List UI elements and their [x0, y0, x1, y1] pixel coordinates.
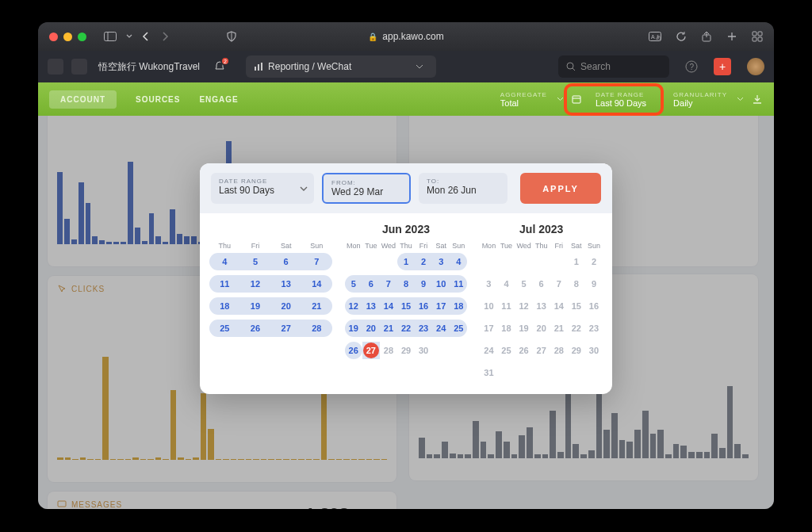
date-range-selector[interactable]: DATE RANGE Last 90 Days	[572, 88, 656, 111]
calendar-day[interactable]: 8	[397, 275, 415, 293]
calendar-day[interactable]: 16	[585, 297, 603, 315]
tab-dropdown-icon[interactable]	[126, 34, 132, 39]
calendar-day[interactable]: 13	[362, 297, 380, 315]
calendar-day[interactable]: 30	[415, 342, 432, 359]
notifications-button[interactable]: 2	[214, 61, 225, 72]
calendar-day[interactable]: 28	[550, 342, 568, 359]
tab-account[interactable]: ACCOUNT	[49, 90, 117, 109]
granularity-selector[interactable]: GRANULARITY Daily	[664, 88, 744, 111]
calendar-day[interactable]: 29	[568, 342, 585, 359]
search-input[interactable]: Search	[558, 55, 669, 78]
calendar-day[interactable]: 31	[480, 364, 497, 381]
calendar-day[interactable]: 25	[450, 320, 467, 337]
calendar-day[interactable]: 28	[301, 320, 332, 337]
calendar-day[interactable]: 9	[415, 275, 432, 293]
calendar-day[interactable]: 6	[533, 275, 550, 293]
calendar-day[interactable]: 4	[209, 253, 240, 270]
calendar-day[interactable]: 20	[533, 320, 550, 337]
calendar-day[interactable]: 13	[533, 297, 550, 315]
calendar-day[interactable]: 19	[240, 297, 271, 315]
calendar-day[interactable]: 12	[515, 297, 533, 315]
calendar-day[interactable]: 29	[397, 342, 415, 359]
calendar-day[interactable]: 27	[533, 342, 550, 359]
minimize-window-button[interactable]	[63, 33, 72, 41]
new-tab-icon[interactable]	[726, 31, 737, 42]
calendar-day[interactable]: 24	[480, 342, 497, 359]
calendar-day[interactable]: 8	[568, 275, 585, 293]
forward-button[interactable]	[159, 32, 172, 41]
calendar-day[interactable]	[480, 253, 497, 270]
calendar-day[interactable]: 21	[301, 297, 332, 315]
calendar-day[interactable]	[345, 253, 362, 270]
calendar-day[interactable]: 24	[432, 320, 450, 337]
calendar-day[interactable]: 6	[362, 275, 380, 293]
calendar-day[interactable]: 19	[345, 320, 362, 337]
calendar-day[interactable]: 21	[550, 320, 568, 337]
calendar-day[interactable]: 14	[550, 297, 568, 315]
refresh-icon[interactable]	[676, 31, 687, 42]
aggregate-selector[interactable]: AGGREGATE Total	[491, 88, 564, 111]
calendar-day[interactable]: 26	[515, 342, 533, 359]
sidebar-toggle-icon[interactable]	[104, 32, 117, 41]
calendar-day[interactable]: 20	[270, 297, 301, 315]
calendar-day[interactable]: 15	[568, 297, 585, 315]
calendar-day[interactable]: 18	[497, 320, 515, 337]
calendar-day[interactable]: 21	[380, 320, 397, 337]
calendar-day[interactable]	[362, 253, 380, 270]
calendar-day[interactable]: 30	[585, 342, 603, 359]
from-date-field[interactable]: FROM: Wed 29 Mar	[322, 173, 411, 204]
calendar-day[interactable]: 5	[240, 253, 271, 270]
calendar-day[interactable]: 2	[415, 253, 432, 270]
calendar-day[interactable]: 22	[568, 320, 585, 337]
calendar-day[interactable]: 15	[397, 297, 415, 315]
calendar-day[interactable]: 12	[345, 297, 362, 315]
range-preset-selector[interactable]: DATE RANGE Last 90 Days	[211, 173, 314, 204]
calendar-day[interactable]: 26	[240, 320, 271, 337]
calendar-day[interactable]	[380, 253, 397, 270]
calendar-day[interactable]: 5	[345, 275, 362, 293]
calendar-day[interactable]	[533, 253, 550, 270]
calendar-day[interactable]: 3	[432, 253, 450, 270]
calendar-day[interactable]: 14	[301, 275, 332, 293]
calendar-day[interactable]: 17	[432, 297, 450, 315]
calendar-day[interactable]	[515, 253, 533, 270]
calendar-day[interactable]: 23	[415, 320, 432, 337]
calendar-day[interactable]: 2	[585, 253, 603, 270]
calendar-day[interactable]: 1	[568, 253, 585, 270]
calendar-day[interactable]: 27	[270, 320, 301, 337]
reporting-selector[interactable]: Reporting / WeChat	[246, 55, 436, 78]
calendar-day[interactable]: 4	[450, 253, 467, 270]
calendar-day[interactable]: 20	[362, 320, 380, 337]
add-button[interactable]: +	[714, 58, 731, 75]
calendar-day[interactable]: 4	[497, 275, 515, 293]
maximize-window-button[interactable]	[78, 33, 86, 41]
calendar-day[interactable]: 17	[480, 320, 497, 337]
calendar-day[interactable]: 14	[380, 297, 397, 315]
address-bar[interactable]: 🔒 app.kawo.com	[368, 31, 443, 42]
calendar-day[interactable]: 13	[270, 275, 301, 293]
calendar-day[interactable]: 7	[550, 275, 568, 293]
calendar-day[interactable]: 10	[480, 297, 497, 315]
shield-icon[interactable]	[226, 31, 237, 42]
calendar-day[interactable]: 11	[209, 275, 240, 293]
calendar-day[interactable]: 16	[415, 297, 432, 315]
calendar-day[interactable]: 12	[240, 275, 271, 293]
calendar-day[interactable]: 11	[450, 275, 467, 293]
tab-engage[interactable]: ENGAGE	[199, 95, 238, 104]
calendar-day[interactable]: 22	[397, 320, 415, 337]
tab-sources[interactable]: SOURCES	[136, 95, 180, 104]
share-icon[interactable]	[701, 31, 712, 42]
calendar-day[interactable]: 7	[380, 275, 397, 293]
calendar-day[interactable]	[550, 253, 568, 270]
calendar-day[interactable]: 9	[585, 275, 603, 293]
calendar-day[interactable]: 28	[380, 342, 397, 359]
tabs-overview-icon[interactable]	[752, 31, 763, 42]
apply-button[interactable]: APPLY	[520, 173, 601, 204]
calendar-day[interactable]: 5	[515, 275, 533, 293]
translate-icon[interactable]: Aあ	[649, 32, 661, 41]
calendar-day[interactable]	[497, 253, 515, 270]
calendar-day[interactable]: 6	[270, 253, 301, 270]
calendar-day[interactable]: 18	[209, 297, 240, 315]
download-icon[interactable]	[752, 94, 763, 105]
to-date-field[interactable]: TO: Mon 26 Jun	[419, 173, 508, 204]
